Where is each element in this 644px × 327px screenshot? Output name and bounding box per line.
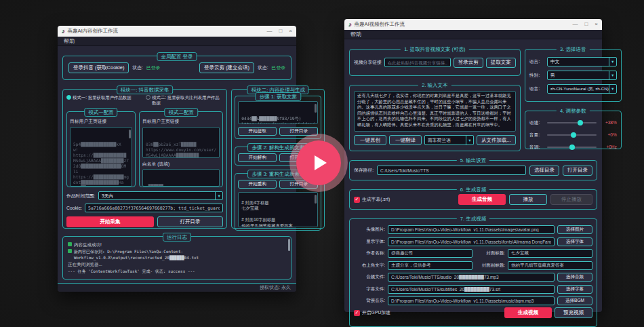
voice-select[interactable]: zh-CN-YunxiNeural (男, zh-CN) ▼	[547, 84, 617, 94]
script-textarea[interactable]: 还有几天就七夕了，说实话，你现在的对象到底是不是真爱，这节一过基本就能见分晓了，…	[354, 91, 516, 132]
voice-label: 语音:	[529, 85, 544, 92]
generate-audio-button[interactable]: 生成音频	[458, 194, 506, 205]
language-select[interactable]: 中文 ▼	[547, 57, 617, 66]
play-button[interactable]	[296, 140, 341, 185]
avatar-label: 头像图片:	[354, 227, 385, 233]
cookie-input[interactable]	[85, 204, 223, 212]
menu-help[interactable]: 帮助	[350, 31, 361, 38]
right-window-body: 1. 提取抖音视频文案 (可选) 视频分享链接 登录云剪 提取文案 2. 输入文…	[344, 39, 602, 327]
font-path-input[interactable]	[388, 237, 555, 246]
author-input[interactable]	[388, 249, 472, 258]
global-config-label: 全局配置 登录	[157, 52, 197, 61]
scrollbar-thumb[interactable]	[315, 104, 317, 113]
mode1-links-textarea[interactable]: 5p4██████████████kX w! https://█████████…	[70, 127, 132, 187]
section1-label: 1. 提取抖音视频文案 (可选)	[401, 45, 468, 53]
maximize-button[interactable]: □	[279, 28, 282, 34]
choose-image-button[interactable]: 选择图片	[557, 225, 592, 234]
slider-thumb[interactable]	[578, 120, 583, 126]
menu-help[interactable]: 帮助	[64, 37, 75, 45]
login-cloud-button[interactable]: 登录云剪 (建立会话)	[199, 62, 254, 73]
output-settings-section: 5. 输出设置 保存路径: 选择目录 打开目录	[349, 160, 597, 180]
step3-textarea[interactable]: # 封面4字标题 七夕宝藏 # 封面10字副标题 他的平凡细节蕴藏真爱答案	[238, 192, 318, 227]
section2-label: 2. 输入文本	[418, 81, 451, 89]
scrollbar-thumb[interactable]	[129, 130, 131, 138]
cover-title-input[interactable]	[508, 249, 592, 258]
language-label: 语言:	[529, 58, 544, 65]
step1-textarea[interactable]: 0434██&███████9f83/19号) https://www.douy…	[238, 101, 318, 124]
play-audio-button[interactable]: 播放	[509, 194, 547, 205]
gpu-checkbox[interactable]: ✓ 开启GPU加速	[354, 309, 390, 316]
step1-open-button[interactable]: 打开目录	[279, 127, 318, 136]
open-directory-button[interactable]: 打开目录	[563, 166, 592, 176]
time-range-select[interactable]: 3天内 ▼	[98, 191, 224, 200]
share-link-input[interactable]	[384, 58, 451, 67]
mode2-radio[interactable]: 模式二: 批量获取关注列表用户作品数据	[146, 95, 223, 106]
choose-audio-button[interactable]: 选择音频	[557, 273, 592, 282]
chevron-down-icon: ▼	[609, 58, 616, 66]
minimize-button[interactable]: —	[266, 28, 272, 34]
gender-select[interactable]: 男 ▼	[547, 71, 617, 80]
corner-text-input[interactable]	[388, 261, 472, 270]
start-collect-button[interactable]: 开始采集	[66, 216, 154, 227]
one-click-original-button[interactable]: 一键原创	[354, 135, 386, 145]
left-window-body: 全局配置 登录 登录抖音 (获取Cookie) 状态: 已登录 登录云剪 (建立…	[58, 46, 296, 283]
load-from-file-button[interactable]: 从文件加载...	[477, 135, 516, 145]
douyin-status-label: 状态:	[132, 64, 142, 71]
generate-audio-section: 6. 生成音频 ✓ 生成字幕(.srt) 生成音频 播放 停止播放	[349, 189, 597, 210]
section6-label: 6. 生成音频	[457, 186, 489, 193]
open-directory-button[interactable]: 打开目录	[157, 216, 223, 227]
choose-directory-button[interactable]: 选择目录	[529, 166, 559, 176]
bgm-input[interactable]	[388, 296, 555, 305]
cover-subtitle-input[interactable]	[508, 261, 592, 270]
right-menubar: 帮助	[344, 30, 602, 39]
choose-subtitle-button[interactable]: 选择字幕	[557, 285, 592, 294]
volume-slider[interactable]	[547, 134, 597, 136]
douyin-status-value: 已登录	[146, 64, 160, 71]
whitelist-textarea[interactable]: —██████ ███████ █████ ████████	[142, 169, 220, 187]
subtitle-file-input[interactable]	[388, 285, 555, 294]
pitch-slider[interactable]	[547, 147, 597, 148]
close-button[interactable]: ×	[289, 28, 292, 34]
avatar-path-input[interactable]	[388, 225, 555, 234]
one-click-translate-button[interactable]: 一键翻译	[389, 135, 422, 145]
cloud-status-value: 已登录	[272, 64, 285, 71]
speed-slider[interactable]	[547, 122, 597, 123]
left-titlebar: ♪ 燕趣AI内容创作工作流 — □ ×	[58, 26, 296, 37]
left-status-bar: 授权状态: 永久	[58, 283, 296, 292]
success-icon	[68, 242, 72, 246]
choose-font-button[interactable]: 选择字体	[557, 237, 592, 246]
pitch-value: +0Hz	[599, 145, 617, 149]
save-path-input[interactable]	[377, 166, 526, 175]
speed-label: 语速:	[529, 119, 544, 126]
corner-text-label: 右上角文字:	[354, 263, 385, 269]
step2-start-button[interactable]: 开始解构	[238, 153, 277, 162]
slider-thumb[interactable]	[569, 145, 575, 150]
checkbox-checked-icon: ✓	[354, 197, 360, 203]
cloud-status-label: 状态:	[258, 64, 268, 71]
slider-thumb[interactable]	[571, 132, 576, 138]
step1-extract-button[interactable]: 开始提取	[238, 127, 277, 136]
srt-checkbox[interactable]: ✓ 生成字幕(.srt)	[354, 196, 390, 203]
log-line: 新内容已保存到: D:\Program Files\YanQu-Content-…	[74, 248, 286, 261]
choose-bgm-button[interactable]: 选择BGM	[557, 296, 592, 305]
login-cloud-button[interactable]: 登录云剪	[454, 58, 483, 68]
mode2-links-textarea[interactable]: 030██pb2a6_xzT██████ https://www.douyin.…	[142, 127, 220, 158]
extract-text-button[interactable]: 提取文案	[486, 58, 516, 68]
scrollbar-thumb[interactable]	[288, 239, 290, 251]
maximize-button[interactable]: □	[584, 22, 588, 27]
mode1-radio[interactable]: 模式一: 批量获取用户作品数据	[66, 95, 144, 106]
audio-file-input[interactable]	[388, 273, 555, 282]
login-douyin-button[interactable]: 登录抖音 (获取Cookie)	[68, 62, 129, 73]
section3-label: 3. 选择语音	[557, 45, 589, 53]
close-button[interactable]: ×	[595, 22, 598, 27]
preview-video-button[interactable]: 预览视频	[555, 307, 592, 318]
run-log-label: 运行日志	[163, 233, 191, 242]
translate-language-select[interactable]: 南非荷兰语 ▼	[424, 135, 474, 145]
mode2-target-label: 目标用户主页链接	[142, 118, 220, 125]
log-line: 正在关闭浏览器...	[68, 261, 102, 267]
generate-video-button[interactable]: 生成视频	[504, 307, 552, 318]
scrollbar-thumb[interactable]	[315, 195, 317, 204]
step3-start-button[interactable]: 开始重构	[238, 180, 277, 189]
stop-audio-button[interactable]: 停止播放	[550, 194, 592, 205]
minimize-button[interactable]: —	[572, 22, 578, 27]
